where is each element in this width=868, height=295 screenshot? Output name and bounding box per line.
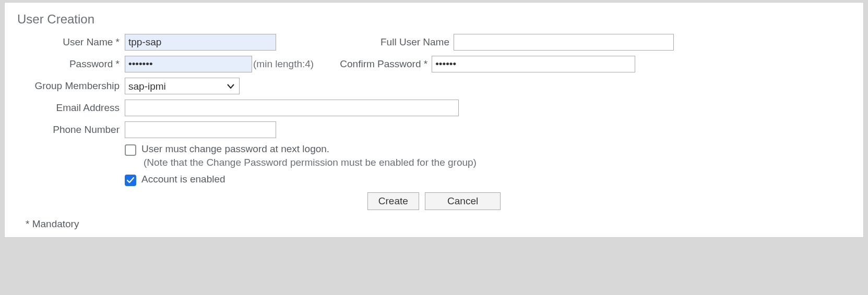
user-name-input[interactable] xyxy=(125,34,276,51)
row-user-name: User Name * Full User Name xyxy=(15,34,853,51)
row-account-enabled: Account is enabled xyxy=(125,174,853,186)
group-membership-select[interactable]: sap-ipmi xyxy=(125,78,240,94)
button-row: Create Cancel xyxy=(15,192,853,210)
label-group-membership: Group Membership xyxy=(15,80,125,92)
email-address-input[interactable] xyxy=(125,100,459,116)
must-change-password-note: (Note that the Change Password permissio… xyxy=(144,157,853,168)
row-password: Password * (min length:4) Confirm Passwo… xyxy=(15,56,853,72)
full-user-name-input[interactable] xyxy=(454,34,674,51)
account-enabled-label: Account is enabled xyxy=(141,174,225,185)
label-password: Password * xyxy=(15,58,125,70)
label-full-user-name: Full User Name xyxy=(281,36,449,48)
label-email-address: Email Address xyxy=(15,102,125,114)
password-min-hint: (min length:4) xyxy=(253,58,314,70)
confirm-password-input[interactable] xyxy=(432,56,635,72)
create-button[interactable]: Create xyxy=(367,192,419,210)
row-email: Email Address xyxy=(15,100,853,116)
must-change-password-label: User must change password at next logon. xyxy=(141,143,329,155)
must-change-password-checkbox[interactable] xyxy=(125,144,136,156)
label-phone-number: Phone Number xyxy=(15,124,125,136)
user-creation-panel: User Creation User Name * Full User Name… xyxy=(4,2,864,238)
phone-number-input[interactable] xyxy=(125,121,276,138)
row-group-membership: Group Membership sap-ipmi xyxy=(15,78,853,94)
account-enabled-checkbox[interactable] xyxy=(125,175,136,186)
mandatory-note: * Mandatory xyxy=(26,218,853,230)
label-user-name: User Name * xyxy=(15,36,125,48)
cancel-button[interactable]: Cancel xyxy=(425,192,501,210)
check-icon xyxy=(127,177,134,183)
label-confirm-password: Confirm Password * xyxy=(318,58,427,70)
row-phone: Phone Number xyxy=(15,121,853,138)
row-must-change-password: User must change password at next logon. xyxy=(125,143,853,156)
password-input[interactable] xyxy=(125,56,252,72)
section-title: User Creation xyxy=(17,12,853,27)
